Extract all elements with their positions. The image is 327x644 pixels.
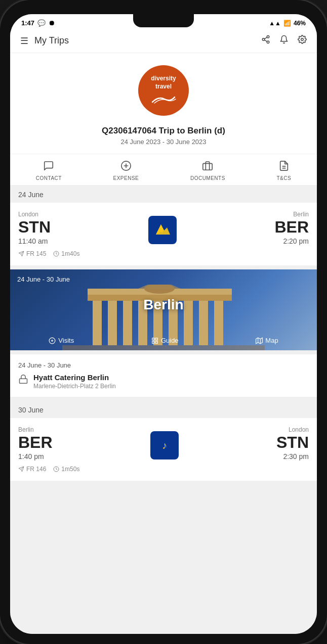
notch (133, 14, 194, 27)
hotel-details: Hyatt Catering Berlin Marlene-Dietrich-P… (33, 373, 116, 390)
documents-icon (202, 160, 213, 174)
return-flight-duration: 1m50s (53, 466, 79, 473)
company-logo: diversitytravel (138, 65, 189, 116)
banner-action-tabs: Visits Guide Map (10, 337, 317, 344)
hotel-name: Hyatt Catering Berlin (33, 373, 116, 382)
svg-rect-28 (62, 345, 265, 350)
svg-text:♪: ♪ (162, 440, 167, 451)
flight-number: FR 145 (18, 250, 46, 257)
tab-tandc[interactable]: T&CS (270, 158, 297, 183)
hotel-info-row: Hyatt Catering Berlin Marlene-Dietrich-P… (18, 373, 309, 390)
tandc-icon (278, 160, 290, 174)
contact-label: CONTACT (36, 175, 62, 181)
bottom-spacer (10, 485, 317, 505)
expense-icon (120, 160, 132, 174)
return-flight-number: FR 146 (18, 466, 46, 473)
status-left: 1:47 💬 ⏺ (21, 19, 55, 27)
svg-rect-33 (155, 338, 157, 340)
svg-text:♪: ♪ (160, 225, 165, 234)
svg-rect-34 (155, 341, 157, 343)
date-header-outbound: 24 June (10, 186, 317, 203)
tab-documents[interactable]: DOCUMENTS (184, 158, 231, 183)
date-header-return: 30 June (10, 401, 317, 418)
trip-title: Q2306147064 Trip to Berlin (d) (102, 126, 225, 136)
scroll-content: diversitytravel Q2306147064 Trip to Berl… (10, 53, 317, 634)
svg-marker-36 (256, 338, 263, 344)
flight-to: Berlin BER 2:20 pm (274, 211, 309, 245)
banner-guide-tab[interactable]: Guide (151, 337, 179, 344)
header-left: ☰ My Trips (20, 35, 69, 47)
status-right: ▲▲ 📶 46% (269, 20, 306, 27)
ryanair-logo-return: ♪ (150, 431, 179, 459)
svg-line-4 (264, 37, 267, 39)
banner-map-tab[interactable]: Map (256, 337, 278, 344)
expense-label: EXPENSE (113, 175, 139, 181)
hotel-address: Marlene-Dietrich-Platz 2 Berlin (33, 383, 116, 390)
documents-label: DOCUMENTS (190, 175, 225, 181)
svg-line-3 (264, 40, 267, 41)
svg-marker-27 (138, 285, 181, 289)
flight-card-return[interactable]: Berlin BER 1:40 pm ♪ London STN (10, 418, 317, 481)
return-flight-from: Berlin BER 1:40 pm (18, 426, 53, 461)
settings-button[interactable] (298, 35, 307, 47)
svg-rect-35 (152, 341, 154, 343)
flight-from: London STN 11:40 am (18, 211, 51, 245)
header-icons (261, 35, 307, 47)
return-airline-logo: ♪ (53, 431, 276, 459)
svg-point-5 (301, 38, 304, 41)
phone-screen: 1:47 💬 ⏺ ▲▲ 📶 46% ☰ My Trips (10, 14, 317, 634)
signal-icon: ▲▲ (269, 20, 281, 27)
tab-navigation: CONTACT EXPENSE DOCUMENTS (10, 154, 317, 186)
svg-rect-9 (203, 163, 212, 170)
logo-text: diversitytravel (151, 75, 176, 90)
record-icon: ⏺ (49, 19, 55, 27)
flight-info: FR 145 1m40s (18, 250, 309, 257)
time-display: 1:47 (21, 19, 34, 27)
notification-button[interactable] (279, 35, 289, 47)
share-button[interactable] (261, 35, 270, 47)
tab-expense[interactable]: EXPENSE (107, 158, 145, 183)
return-flight-to: London STN 2:30 pm (276, 426, 309, 461)
flight-airline-logo: ♪ (51, 216, 274, 244)
contact-icon (43, 160, 54, 174)
battery-display: 46% (294, 20, 306, 27)
tandc-label: T&CS (276, 175, 291, 181)
banner-date-range: 24 June - 30 June (17, 275, 70, 283)
berlin-banner[interactable]: 24 June - 30 June Berlin Visits Guide Ma… (10, 269, 317, 350)
return-flight-info: FR 146 1m50s (18, 466, 309, 473)
ryanair-logo: ♪ (148, 216, 177, 244)
svg-rect-32 (152, 338, 154, 340)
tab-contact[interactable]: CONTACT (30, 158, 68, 183)
hotel-card[interactable]: 24 June - 30 June Hyatt Catering Berlin … (10, 354, 317, 397)
wifi-icon: 📶 (283, 20, 291, 27)
flight-duration: 1m40s (53, 250, 79, 257)
flight-card-outbound[interactable]: London STN 11:40 am ♪ (10, 203, 317, 265)
header-title: My Trips (34, 35, 69, 46)
hotel-icon (18, 374, 28, 387)
banner-city-name: Berlin (143, 297, 183, 313)
hotel-date-range: 24 June - 30 June (18, 361, 309, 369)
menu-button[interactable]: ☰ (20, 35, 28, 47)
svg-rect-39 (20, 379, 27, 383)
banner-visits-tab[interactable]: Visits (49, 337, 74, 344)
phone-frame: 1:47 💬 ⏺ ▲▲ 📶 46% ☰ My Trips (0, 0, 327, 644)
logo-section: diversitytravel Q2306147064 Trip to Berl… (10, 53, 317, 154)
trip-dates: 24 June 2023 - 30 June 2023 (120, 138, 206, 146)
app-header: ☰ My Trips (10, 29, 317, 53)
whatsapp-icon: 💬 (37, 19, 46, 27)
